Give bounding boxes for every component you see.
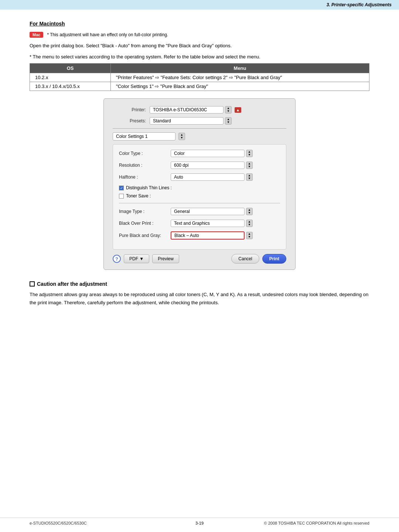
pdf-button[interactable]: PDF ▼: [124, 254, 149, 263]
section-divider: [119, 203, 280, 203]
presets-select[interactable]: Standard: [150, 117, 224, 125]
distinguish-thin-lines-checkbox[interactable]: ✓: [119, 186, 124, 190]
pure-black-select-group: Black – Auto ▲ ▼: [171, 231, 253, 240]
black-over-print-select-group: Text and Graphics ▲ ▼: [171, 220, 253, 227]
section-title: For Macintosh: [30, 21, 369, 27]
printer-spinner[interactable]: ▲ ▼: [225, 106, 232, 113]
page-header: 3. Printer-specific Adjustments: [0, 0, 399, 10]
down-arrow-icon: ▼: [227, 121, 230, 124]
image-type-select[interactable]: General: [171, 208, 245, 215]
halftone-select-group: Auto ▲ ▼: [171, 173, 253, 181]
presets-select-group: Standard ▲ ▼: [150, 117, 232, 125]
down-arrow-icon: ▼: [248, 223, 251, 226]
halftone-spinner[interactable]: ▲ ▼: [246, 173, 253, 181]
down-arrow-icon: ▼: [248, 177, 251, 180]
menu-cell-1: "Printer Features" ⇨ "Feature Sets: Colo…: [111, 73, 369, 82]
mac-note-row: Mac * This adjustment will have an effec…: [30, 32, 369, 38]
pure-black-label: Pure Black and Gray:: [119, 233, 171, 238]
dialog-footer: ? PDF ▼ Preview Cancel Print: [113, 254, 286, 264]
pure-black-select[interactable]: Black – Auto: [171, 231, 245, 240]
black-over-print-select[interactable]: Text and Graphics: [171, 220, 245, 227]
down-arrow-icon: ▼: [248, 153, 251, 156]
down-arrow-icon: ▼: [180, 136, 183, 139]
color-type-row: Color Type : Color ▲ ▼: [119, 150, 280, 157]
settings-panel: Color Type : Color ▲ ▼ Resolution : 600 …: [113, 144, 286, 250]
image-type-select-group: General ▲ ▼: [171, 208, 253, 215]
caution-title: Caution after the adjustment: [30, 281, 369, 287]
color-type-label: Color Type :: [119, 151, 171, 156]
menu-column-header: Menu: [111, 64, 369, 73]
footer-left: ? PDF ▼ Preview: [113, 254, 179, 263]
menu-cell-2: "Color Settings 1" ⇨ "Pure Black and Gra…: [111, 82, 369, 91]
os-cell-1: 10.2.x: [30, 73, 111, 82]
footer-right-text: © 2008 TOSHIBA TEC CORPORATION All right…: [264, 521, 369, 525]
mac-note-text: * This adjustment will have an effect on…: [47, 32, 168, 37]
color-settings-row: Color Settings 1 ▲ ▼: [113, 132, 286, 140]
down-arrow-icon: ▼: [248, 211, 251, 214]
toner-save-checkbox[interactable]: [119, 194, 124, 199]
caution-text: The adjustment allows gray areas always …: [30, 291, 369, 307]
printer-extra-btn[interactable]: ▲: [235, 107, 241, 113]
preview-button[interactable]: Preview: [152, 254, 179, 263]
presets-spinner[interactable]: ▲ ▼: [225, 117, 232, 125]
caution-section: Caution after the adjustment The adjustm…: [30, 281, 369, 307]
printer-select-group: TOSHIBA e-STUDIO6530C ▲ ▼ ▲: [150, 106, 241, 113]
color-type-spinner[interactable]: ▲ ▼: [246, 150, 253, 157]
halftone-label: Halftone :: [119, 174, 171, 180]
presets-label: Presets:: [113, 118, 146, 123]
toner-save-row: Toner Save :: [119, 193, 280, 199]
table-row: 10.3.x / 10.4.x/10.5.x "Color Settings 1…: [30, 82, 369, 91]
resolution-spinner[interactable]: ▲ ▼: [246, 162, 253, 169]
color-settings-spinner[interactable]: ▲ ▼: [178, 133, 185, 140]
halftone-row: Halftone : Auto ▲ ▼: [119, 173, 280, 181]
image-type-label: Image Type :: [119, 209, 171, 214]
printer-label: Printer:: [113, 107, 146, 112]
presets-row: Presets: Standard ▲ ▼: [113, 117, 286, 125]
down-arrow-icon: ▼: [248, 235, 251, 238]
resolution-select-group: 600 dpi ▲ ▼: [171, 162, 253, 169]
distinguish-thin-lines-row: ✓ Distinguish Thin Lines :: [119, 185, 280, 190]
down-arrow-icon: ▼: [227, 110, 230, 113]
os-menu-table: OS Menu 10.2.x "Printer Features" ⇨ "Fea…: [30, 63, 369, 91]
table-note: * The menu to select varies according to…: [30, 53, 369, 61]
distinguish-thin-lines-label: Distinguish Thin Lines :: [126, 185, 172, 190]
halftone-select[interactable]: Auto: [171, 173, 245, 181]
printer-select[interactable]: TOSHIBA e-STUDIO6530C: [150, 106, 224, 113]
printer-row: Printer: TOSHIBA e-STUDIO6530C ▲ ▼ ▲: [113, 106, 286, 113]
help-button[interactable]: ?: [113, 255, 121, 263]
black-over-print-label: Black Over Print :: [119, 221, 171, 226]
page-number: 3-19: [195, 521, 204, 525]
header-title: 3. Printer-specific Adjustments: [327, 2, 392, 7]
os-cell-2: 10.3.x / 10.4.x/10.5.x: [30, 82, 111, 91]
pure-black-row: Pure Black and Gray: Black – Auto ▲ ▼: [119, 231, 280, 240]
resolution-row: Resolution : 600 dpi ▲ ▼: [119, 162, 280, 169]
footer-left-text: e-STUDIO5520C/6520C/6530C: [30, 521, 87, 525]
footer-right: Cancel Print: [231, 254, 286, 264]
caution-box-icon: [30, 281, 35, 287]
color-settings-select[interactable]: Color Settings 1: [113, 132, 175, 140]
resolution-select[interactable]: 600 dpi: [171, 162, 245, 169]
resolution-label: Resolution :: [119, 163, 171, 168]
caution-title-text: Caution after the adjustment: [37, 281, 107, 287]
down-arrow-icon: ▼: [248, 165, 251, 168]
image-type-spinner[interactable]: ▲ ▼: [246, 208, 253, 215]
cancel-button[interactable]: Cancel: [231, 254, 259, 264]
toner-save-label: Toner Save :: [126, 193, 151, 199]
main-instruction: Open the print dialog box. Select "Black…: [30, 42, 369, 50]
dialog-wrapper: Printer: TOSHIBA e-STUDIO6530C ▲ ▼ ▲ Pre…: [30, 98, 369, 270]
table-row: 10.2.x "Printer Features" ⇨ "Feature Set…: [30, 73, 369, 82]
image-type-row: Image Type : General ▲ ▼: [119, 208, 280, 215]
color-type-select[interactable]: Color: [171, 150, 245, 157]
pure-black-spinner[interactable]: ▲ ▼: [246, 232, 253, 239]
black-over-print-spinner[interactable]: ▲ ▼: [246, 220, 253, 227]
color-type-select-group: Color ▲ ▼: [171, 150, 253, 157]
print-dialog: Printer: TOSHIBA e-STUDIO6530C ▲ ▼ ▲ Pre…: [103, 98, 296, 270]
os-column-header: OS: [30, 64, 111, 73]
print-button[interactable]: Print: [262, 254, 286, 264]
divider-1: [113, 128, 286, 129]
black-over-print-row: Black Over Print : Text and Graphics ▲ ▼: [119, 220, 280, 227]
mac-badge: Mac: [30, 32, 43, 38]
